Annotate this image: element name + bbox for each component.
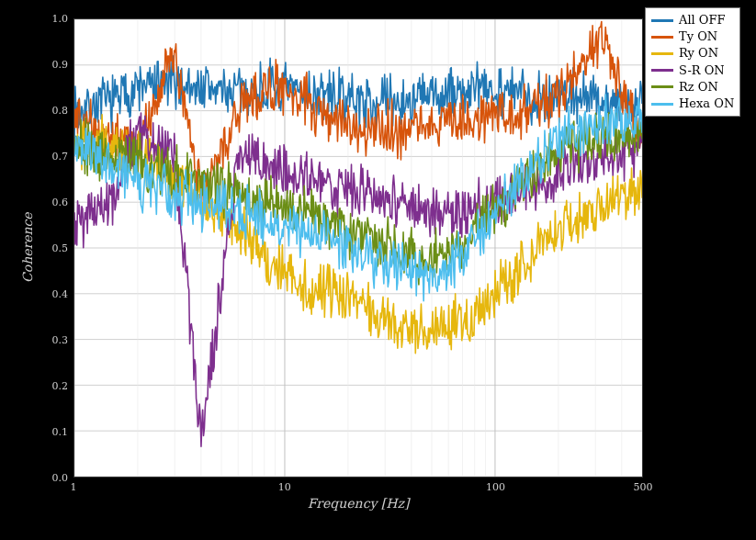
y-tick-label: 0.8 — [13, 105, 68, 117]
y-tick-label: 0.5 — [13, 242, 68, 254]
legend-item: Hexa ON — [651, 96, 734, 112]
legend-label: S-R ON — [679, 62, 725, 79]
legend-item: S-R ON — [651, 62, 734, 79]
chart-svg — [74, 19, 642, 477]
legend-label: Rz ON — [679, 79, 718, 96]
y-tick-label: 0.4 — [13, 288, 68, 300]
y-tick-label: 0.6 — [13, 197, 68, 208]
legend-item: All OFF — [651, 12, 734, 28]
chart-legend: All OFF Ty ON Ry ON S-R ON Rz ON Hexa ON — [645, 7, 740, 117]
x-tick-label: 100 — [486, 481, 505, 493]
y-tick-label: 0.2 — [13, 380, 68, 392]
x-axis-label: Frequency [Hz] — [73, 496, 643, 511]
y-tick-label: 0.7 — [13, 151, 68, 163]
legend-label: Hexa ON — [679, 96, 734, 112]
y-tick-label: 1.0 — [13, 13, 68, 25]
legend-label: Ry ON — [679, 45, 718, 62]
legend-label: All OFF — [679, 12, 726, 28]
x-tick-label: 10 — [278, 481, 291, 493]
x-tick-label: 1 — [71, 481, 77, 493]
legend-swatch — [651, 52, 673, 55]
x-tick-label: 500 — [634, 481, 653, 493]
legend-swatch — [651, 69, 673, 72]
legend-item: Ry ON — [651, 45, 734, 62]
legend-swatch — [651, 19, 673, 22]
y-tick-label: 0.1 — [13, 426, 68, 438]
legend-item: Rz ON — [651, 79, 734, 96]
y-tick-label: 0.3 — [13, 334, 68, 346]
y-tick-label: 0.0 — [13, 472, 68, 484]
y-tick-label: 0.9 — [13, 59, 68, 71]
legend-swatch — [651, 85, 673, 88]
legend-swatch — [651, 36, 673, 39]
legend-item: Ty ON — [651, 28, 734, 45]
chart-plot-area — [73, 18, 643, 478]
legend-swatch — [651, 103, 673, 106]
legend-label: Ty ON — [679, 28, 717, 45]
